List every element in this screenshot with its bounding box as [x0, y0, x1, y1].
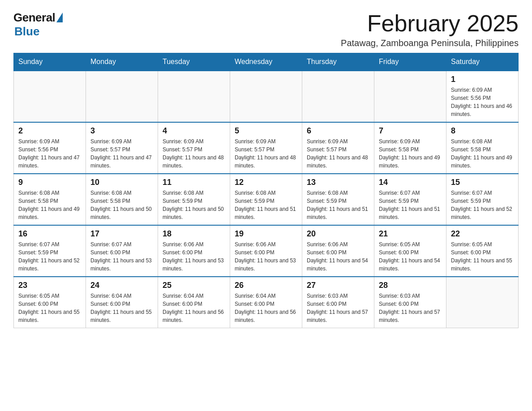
page-subtitle: Patawag, Zamboanga Peninsula, Philippine… [341, 38, 519, 48]
day-number: 28 [379, 281, 442, 290]
logo-general-text: General [13, 11, 55, 25]
calendar-cell: 6Sunrise: 6:09 AMSunset: 5:57 PMDaylight… [302, 122, 374, 174]
page-header: General Blue February 2025 Patawag, Zamb… [13, 11, 519, 48]
logo: General Blue [13, 11, 63, 39]
calendar-cell: 17Sunrise: 6:07 AMSunset: 6:00 PMDayligh… [86, 225, 158, 277]
calendar-week-row-4: 16Sunrise: 6:07 AMSunset: 5:59 PMDayligh… [14, 225, 519, 277]
calendar-cell: 9Sunrise: 6:08 AMSunset: 5:58 PMDaylight… [14, 174, 86, 225]
calendar-cell: 13Sunrise: 6:08 AMSunset: 5:59 PMDayligh… [302, 174, 374, 225]
day-info: Sunrise: 6:03 AMSunset: 6:00 PMDaylight:… [307, 292, 369, 324]
calendar-cell: 22Sunrise: 6:05 AMSunset: 6:00 PMDayligh… [446, 225, 519, 277]
calendar-cell: 10Sunrise: 6:08 AMSunset: 5:58 PMDayligh… [86, 174, 158, 225]
day-number: 24 [90, 281, 153, 290]
day-info: Sunrise: 6:08 AMSunset: 5:59 PMDaylight:… [235, 189, 297, 221]
day-info: Sunrise: 6:07 AMSunset: 6:00 PMDaylight:… [90, 240, 153, 273]
day-number: 15 [451, 178, 514, 187]
calendar-cell: 4Sunrise: 6:09 AMSunset: 5:57 PMDaylight… [158, 122, 230, 174]
day-info: Sunrise: 6:04 AMSunset: 6:00 PMDaylight:… [90, 292, 153, 324]
calendar-header-thursday: Thursday [302, 53, 374, 71]
day-info: Sunrise: 6:05 AMSunset: 6:00 PMDaylight:… [18, 292, 81, 324]
day-info: Sunrise: 6:09 AMSunset: 5:57 PMDaylight:… [307, 137, 369, 170]
day-info: Sunrise: 6:04 AMSunset: 6:00 PMDaylight:… [163, 292, 225, 324]
calendar-cell: 26Sunrise: 6:04 AMSunset: 6:00 PMDayligh… [230, 277, 302, 328]
day-number: 16 [18, 229, 81, 239]
calendar-cell [14, 71, 86, 122]
calendar-cell: 19Sunrise: 6:06 AMSunset: 6:00 PMDayligh… [230, 225, 302, 277]
calendar-week-row-2: 2Sunrise: 6:09 AMSunset: 5:56 PMDaylight… [14, 122, 519, 174]
day-info: Sunrise: 6:07 AMSunset: 5:59 PMDaylight:… [451, 189, 514, 221]
calendar-cell: 25Sunrise: 6:04 AMSunset: 6:00 PMDayligh… [158, 277, 230, 328]
day-number: 1 [451, 75, 514, 84]
calendar-header-sunday: Sunday [14, 53, 86, 71]
calendar-cell: 11Sunrise: 6:08 AMSunset: 5:59 PMDayligh… [158, 174, 230, 225]
calendar-table: SundayMondayTuesdayWednesdayThursdayFrid… [13, 53, 519, 328]
day-number: 25 [163, 281, 225, 290]
page-title: February 2025 [341, 11, 519, 36]
calendar-cell: 24Sunrise: 6:04 AMSunset: 6:00 PMDayligh… [86, 277, 158, 328]
day-info: Sunrise: 6:09 AMSunset: 5:57 PMDaylight:… [163, 137, 225, 170]
calendar-cell [374, 71, 446, 122]
day-info: Sunrise: 6:08 AMSunset: 5:59 PMDaylight:… [163, 189, 225, 221]
calendar-cell [446, 277, 519, 328]
calendar-cell: 2Sunrise: 6:09 AMSunset: 5:56 PMDaylight… [14, 122, 86, 174]
day-number: 5 [235, 126, 297, 136]
day-number: 3 [90, 126, 153, 136]
day-info: Sunrise: 6:08 AMSunset: 5:58 PMDaylight:… [90, 189, 153, 221]
day-info: Sunrise: 6:05 AMSunset: 6:00 PMDaylight:… [379, 240, 442, 273]
logo-triangle-icon [56, 13, 63, 22]
calendar-cell: 28Sunrise: 6:03 AMSunset: 6:00 PMDayligh… [374, 277, 446, 328]
day-number: 27 [307, 281, 369, 290]
day-info: Sunrise: 6:06 AMSunset: 6:00 PMDaylight:… [235, 240, 297, 273]
day-info: Sunrise: 6:09 AMSunset: 5:57 PMDaylight:… [90, 137, 153, 170]
calendar-cell: 1Sunrise: 6:09 AMSunset: 5:56 PMDaylight… [446, 71, 519, 122]
day-number: 14 [379, 178, 442, 187]
calendar-cell: 23Sunrise: 6:05 AMSunset: 6:00 PMDayligh… [14, 277, 86, 328]
calendar-cell: 21Sunrise: 6:05 AMSunset: 6:00 PMDayligh… [374, 225, 446, 277]
calendar-cell: 14Sunrise: 6:07 AMSunset: 5:59 PMDayligh… [374, 174, 446, 225]
day-number: 22 [451, 229, 514, 239]
day-number: 4 [163, 126, 225, 136]
calendar-cell: 15Sunrise: 6:07 AMSunset: 5:59 PMDayligh… [446, 174, 519, 225]
day-info: Sunrise: 6:06 AMSunset: 6:00 PMDaylight:… [307, 240, 369, 273]
day-number: 10 [90, 178, 153, 187]
calendar-header-tuesday: Tuesday [158, 53, 230, 71]
calendar-cell: 20Sunrise: 6:06 AMSunset: 6:00 PMDayligh… [302, 225, 374, 277]
day-info: Sunrise: 6:09 AMSunset: 5:58 PMDaylight:… [379, 137, 442, 170]
calendar-cell: 3Sunrise: 6:09 AMSunset: 5:57 PMDaylight… [86, 122, 158, 174]
calendar-cell: 16Sunrise: 6:07 AMSunset: 5:59 PMDayligh… [14, 225, 86, 277]
day-number: 21 [379, 229, 442, 239]
day-info: Sunrise: 6:08 AMSunset: 5:58 PMDaylight:… [451, 137, 514, 170]
calendar-header-friday: Friday [374, 53, 446, 71]
calendar-week-row-3: 9Sunrise: 6:08 AMSunset: 5:58 PMDaylight… [14, 174, 519, 225]
calendar-week-row-1: 1Sunrise: 6:09 AMSunset: 5:56 PMDaylight… [14, 71, 519, 122]
day-info: Sunrise: 6:08 AMSunset: 5:59 PMDaylight:… [307, 189, 369, 221]
day-number: 6 [307, 126, 369, 136]
day-number: 26 [235, 281, 297, 290]
day-number: 12 [235, 178, 297, 187]
day-info: Sunrise: 6:03 AMSunset: 6:00 PMDaylight:… [379, 292, 442, 324]
calendar-header-row: SundayMondayTuesdayWednesdayThursdayFrid… [14, 53, 519, 71]
day-info: Sunrise: 6:05 AMSunset: 6:00 PMDaylight:… [451, 240, 514, 273]
title-section: February 2025 Patawag, Zamboanga Peninsu… [341, 11, 519, 48]
day-number: 7 [379, 126, 442, 136]
calendar-cell: 8Sunrise: 6:08 AMSunset: 5:58 PMDaylight… [446, 122, 519, 174]
calendar-header-saturday: Saturday [446, 53, 519, 71]
day-number: 18 [163, 229, 225, 239]
calendar-header-monday: Monday [86, 53, 158, 71]
calendar-cell: 7Sunrise: 6:09 AMSunset: 5:58 PMDaylight… [374, 122, 446, 174]
day-number: 8 [451, 126, 514, 136]
day-number: 13 [307, 178, 369, 187]
calendar-cell: 5Sunrise: 6:09 AMSunset: 5:57 PMDaylight… [230, 122, 302, 174]
day-info: Sunrise: 6:08 AMSunset: 5:58 PMDaylight:… [18, 189, 81, 221]
day-number: 20 [307, 229, 369, 239]
day-info: Sunrise: 6:09 AMSunset: 5:57 PMDaylight:… [235, 137, 297, 170]
day-info: Sunrise: 6:04 AMSunset: 6:00 PMDaylight:… [235, 292, 297, 324]
day-number: 23 [18, 281, 81, 290]
calendar-cell [158, 71, 230, 122]
calendar-cell: 18Sunrise: 6:06 AMSunset: 6:00 PMDayligh… [158, 225, 230, 277]
calendar-cell: 12Sunrise: 6:08 AMSunset: 5:59 PMDayligh… [230, 174, 302, 225]
day-number: 9 [18, 178, 81, 187]
calendar-cell [302, 71, 374, 122]
day-number: 17 [90, 229, 153, 239]
day-info: Sunrise: 6:07 AMSunset: 5:59 PMDaylight:… [18, 240, 81, 273]
